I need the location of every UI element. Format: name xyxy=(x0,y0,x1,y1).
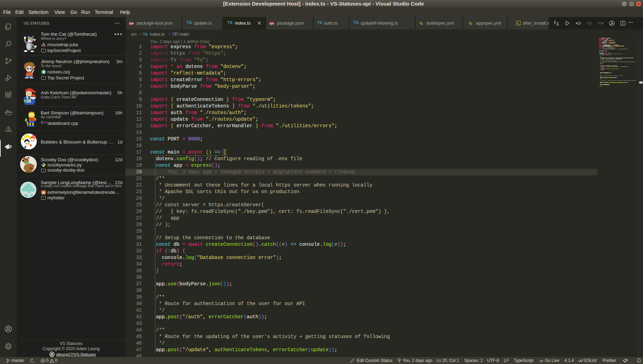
svg-text:$: $ xyxy=(9,145,11,148)
